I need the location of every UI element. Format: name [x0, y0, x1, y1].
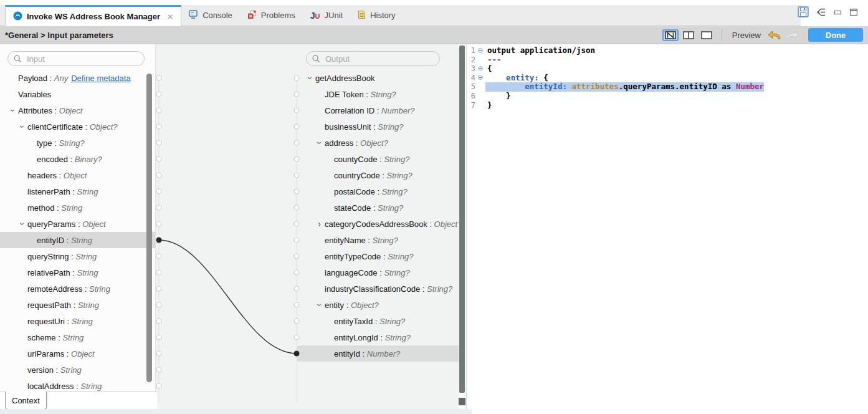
anchor-point[interactable] [156, 351, 161, 356]
anchor-point[interactable] [156, 302, 161, 307]
tree-row-requestPath[interactable]: requestPath : String [0, 297, 155, 313]
chevron-down-icon[interactable]: › [18, 122, 27, 132]
tree-row-businessUnit[interactable]: businessUnit : String? [297, 118, 459, 135]
context-tab[interactable]: Context [5, 392, 47, 410]
input-search-box[interactable] [7, 51, 145, 66]
close-icon[interactable]: ✕ [167, 12, 173, 21]
mapping-source-anchor[interactable] [156, 238, 162, 243]
tab-history[interactable]: History [350, 5, 403, 26]
anchor-point[interactable] [156, 156, 161, 161]
code-line-6[interactable]: 6 } [467, 92, 868, 101]
tree-row-Variables[interactable]: Variables [0, 86, 155, 102]
anchor-point[interactable] [294, 92, 299, 97]
tree-row-uriParams[interactable]: uriParams : Object [0, 345, 155, 362]
tree-row-entityTaxId[interactable]: entityTaxId : String? [297, 313, 459, 329]
save-icon[interactable] [798, 6, 809, 20]
fold-collapse-icon[interactable] [475, 64, 485, 74]
maximize-icon[interactable] [849, 7, 858, 19]
anchor-point[interactable] [294, 286, 299, 291]
anchor-point[interactable] [156, 75, 161, 80]
dataweave-code-editor[interactable]: 1output application/json2---3{4 entity: … [466, 44, 868, 414]
tree-row-clientCertificate[interactable]: ›clientCertificate : Object? [0, 118, 155, 135]
tree-row-languageCode[interactable]: languageCode : String? [297, 264, 459, 281]
chevron-down-icon[interactable]: › [9, 105, 17, 116]
anchor-point[interactable] [156, 270, 161, 275]
tree-row-categoryCodesAddressBook[interactable]: ›categoryCodesAddressBook : Object? [297, 216, 459, 232]
tree-row-entity[interactable]: ›entity : Object? [297, 297, 459, 313]
tree-row-stateCode[interactable]: stateCode : String? [297, 200, 459, 216]
input-search-input[interactable] [26, 54, 138, 64]
tree-row-queryParams[interactable]: ›queryParams : Object [0, 216, 155, 232]
anchor-point[interactable] [156, 367, 161, 372]
tree-row-scheme[interactable]: scheme : String [0, 329, 155, 345]
chevron-down-icon[interactable]: › [315, 138, 324, 148]
single-pane-view-button[interactable] [699, 29, 715, 41]
done-button[interactable]: Done [808, 28, 863, 42]
code-line-3[interactable]: 3{ [467, 64, 868, 74]
tree-row-remoteAddress[interactable]: remoteAddress : String [0, 281, 155, 297]
anchor-point[interactable] [156, 221, 161, 226]
chevron-down-icon[interactable]: › [315, 300, 324, 310]
tree-row-encoded[interactable]: encoded : Binary? [0, 151, 155, 167]
tab-junit[interactable]: JU JUnit [303, 5, 350, 26]
anchor-point[interactable] [294, 254, 299, 259]
anchor-point[interactable] [156, 254, 161, 259]
anchor-point[interactable] [156, 383, 161, 388]
tree-row-requestUri[interactable]: requestUri : String [0, 313, 155, 329]
tab-console[interactable]: Console [181, 5, 240, 26]
tree-row-Payload[interactable]: Payload : AnyDefine metadata [0, 70, 155, 86]
tree-row-entityTypeCode[interactable]: entityTypeCode : String? [297, 248, 459, 264]
anchor-point[interactable] [294, 173, 299, 178]
anchor-point[interactable] [294, 140, 299, 145]
code-line-1[interactable]: 1output application/json [467, 46, 868, 55]
tree-row-entityID[interactable]: entityID : String [0, 232, 155, 248]
tree-row-relativePath[interactable]: relativePath : String [0, 264, 155, 281]
anchor-point[interactable] [294, 335, 299, 340]
split-diagonal-view-button[interactable] [662, 29, 679, 41]
mapping-tree-icon[interactable] [816, 7, 827, 20]
input-scrollbar-thumb[interactable] [146, 74, 152, 382]
anchor-point[interactable] [294, 319, 299, 324]
tree-row-entityName[interactable]: entityName : String? [297, 232, 459, 248]
output-search-box[interactable] [306, 51, 440, 66]
tab-problems[interactable]: Problems [240, 5, 303, 26]
tree-row-version[interactable]: version : String [0, 362, 155, 378]
define-metadata-link[interactable]: Define metadata [71, 74, 130, 83]
chevron-right-icon[interactable]: › [314, 219, 325, 228]
tree-row-industryClassificationCode[interactable]: industryClassificationCode : String? [297, 281, 459, 297]
tree-row-method[interactable]: method : String [0, 200, 155, 216]
anchor-point[interactable] [294, 238, 299, 243]
anchor-point[interactable] [156, 173, 161, 178]
tree-row-getAddressBook[interactable]: ›getAddressBook [297, 70, 459, 86]
anchor-point[interactable] [294, 270, 299, 275]
minimize-icon[interactable] [834, 7, 842, 19]
code-line-5[interactable]: 5 entityId: attributes.queryParams.entit… [467, 82, 868, 92]
anchor-point[interactable] [294, 108, 299, 113]
tree-row-type[interactable]: type : String? [0, 135, 155, 151]
fold-collapse-icon[interactable] [475, 46, 485, 55]
anchor-point[interactable] [156, 319, 161, 324]
anchor-point[interactable] [156, 124, 161, 129]
anchor-point[interactable] [294, 75, 299, 80]
chevron-down-icon[interactable]: › [306, 73, 315, 84]
tree-row-Attributes[interactable]: ›Attributes : Object [0, 102, 155, 118]
anchor-point[interactable] [294, 205, 299, 210]
anchor-point[interactable] [294, 189, 299, 194]
anchor-point[interactable] [294, 124, 299, 129]
code-line-7[interactable]: 7} [467, 101, 868, 110]
tree-row-countryCode[interactable]: countryCode : String? [297, 167, 459, 183]
output-scrollbar-thumb[interactable] [459, 46, 465, 393]
tree-row-postalCode[interactable]: postalCode : String? [297, 183, 459, 200]
fold-collapse-icon[interactable] [475, 74, 485, 83]
undo-arrow-icon[interactable] [767, 30, 782, 41]
tab-invoke-ws-address-book-manager[interactable]: Invoke WS Address Book Manager ✕ [5, 5, 181, 26]
tree-row-listenerPath[interactable]: listenerPath : String [0, 183, 155, 200]
tree-row-Correlation-ID[interactable]: Correlation ID : Number? [297, 102, 459, 118]
anchor-point[interactable] [156, 335, 161, 340]
two-column-view-button[interactable] [680, 29, 697, 41]
tree-row-headers[interactable]: headers : Object [0, 167, 155, 183]
tree-row-queryString[interactable]: queryString : String [0, 248, 155, 264]
anchor-point[interactable] [294, 302, 299, 307]
anchor-point[interactable] [294, 156, 299, 161]
anchor-point[interactable] [156, 286, 161, 291]
